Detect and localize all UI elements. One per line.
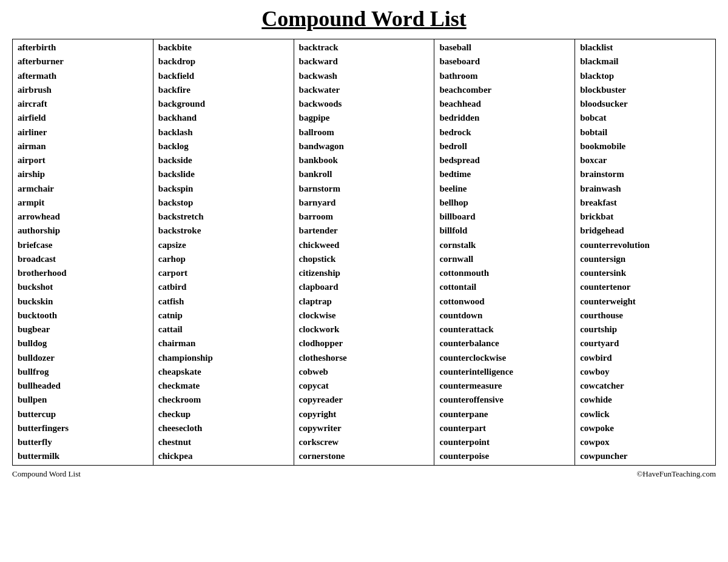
word-item: clapboard	[299, 280, 430, 294]
word-item: clockwise	[299, 309, 430, 323]
word-item: backwoods	[299, 97, 430, 111]
word-item: blackmail	[580, 55, 710, 69]
word-item: buckskin	[18, 295, 148, 309]
word-item: authorship	[18, 224, 148, 238]
word-item: countersink	[580, 266, 710, 280]
word-item: cowcatcher	[580, 379, 710, 393]
word-item: backhand	[158, 111, 289, 125]
word-item: counterintelligence	[439, 365, 570, 379]
word-item: bellhop	[439, 196, 570, 210]
word-item: courthouse	[580, 309, 710, 323]
word-item: copycat	[299, 379, 430, 393]
word-column-3: backtrackbackwardbackwashbackwaterbackwo…	[294, 39, 434, 466]
word-item: checkmate	[158, 379, 289, 393]
word-item: brainwash	[580, 182, 710, 196]
word-item: bullfrog	[18, 365, 148, 379]
word-item: countermeasure	[439, 379, 570, 393]
word-item: bedrock	[439, 125, 570, 139]
word-item: backwater	[299, 83, 430, 97]
word-item: bridgehead	[580, 224, 710, 238]
word-table: afterbirthafterburneraftermathairbrushai…	[12, 39, 716, 466]
word-item: bullpen	[18, 393, 148, 407]
word-column-4: baseballbaseboardbathroombeachcomberbeac…	[434, 39, 575, 466]
footer-right: ©HaveFunTeaching.com	[636, 469, 716, 479]
word-item: bagpipe	[299, 111, 430, 125]
word-item: backlog	[158, 139, 289, 153]
word-item: billboard	[439, 210, 570, 224]
word-item: clodhopper	[299, 336, 430, 350]
word-item: baseball	[439, 41, 570, 55]
word-item: countdown	[439, 309, 570, 323]
word-item: clotheshorse	[299, 351, 430, 365]
word-item: bobtail	[580, 125, 710, 139]
word-item: armchair	[18, 182, 148, 196]
word-item: courtyard	[580, 336, 710, 350]
word-item: butterfingers	[18, 421, 148, 435]
word-item: aftermath	[18, 69, 148, 83]
word-item: background	[158, 97, 289, 111]
word-item: counterclockwise	[439, 351, 570, 365]
word-item: broadcast	[18, 252, 148, 266]
word-item: cheapskate	[158, 365, 289, 379]
word-item: bullheaded	[18, 379, 148, 393]
word-item: beachhead	[439, 97, 570, 111]
word-item: cornstalk	[439, 238, 570, 252]
word-item: baseboard	[439, 55, 570, 69]
word-item: armpit	[18, 196, 148, 210]
word-item: cottonwood	[439, 295, 570, 309]
word-item: counterpoise	[439, 449, 570, 463]
word-item: aircraft	[18, 97, 148, 111]
word-item: bathroom	[439, 69, 570, 83]
word-item: buckshot	[18, 280, 148, 294]
word-item: copywriter	[299, 421, 430, 435]
word-item: brotherhood	[18, 266, 148, 280]
word-item: chickweed	[299, 238, 430, 252]
word-item: backstop	[158, 196, 289, 210]
word-item: brickbat	[580, 210, 710, 224]
word-item: breakfast	[580, 196, 710, 210]
word-item: bugbear	[18, 323, 148, 336]
word-item: counterrevolution	[580, 238, 710, 252]
word-item: blockbuster	[580, 83, 710, 97]
word-item: championship	[158, 351, 289, 365]
word-item: copyreader	[299, 393, 430, 407]
word-item: bobcat	[580, 111, 710, 125]
word-item: ballroom	[299, 125, 430, 139]
word-item: backdrop	[158, 55, 289, 69]
word-column-1: afterbirthafterburneraftermathairbrushai…	[13, 39, 153, 466]
word-item: catfish	[158, 295, 289, 309]
word-item: barroom	[299, 210, 430, 224]
word-item: airman	[18, 139, 148, 153]
word-item: capsize	[158, 238, 289, 252]
word-item: beeline	[439, 182, 570, 196]
word-item: cottonmouth	[439, 266, 570, 280]
word-item: airbrush	[18, 83, 148, 97]
word-item: cowpuncher	[580, 449, 710, 463]
word-item: countertenor	[580, 280, 710, 294]
word-item: barnstorm	[299, 182, 430, 196]
word-item: counteroffensive	[439, 393, 570, 407]
word-item: cowbird	[580, 351, 710, 365]
word-item: chestnut	[158, 435, 289, 449]
word-item: bandwagon	[299, 139, 430, 153]
word-item: bulldozer	[18, 351, 148, 365]
word-item: bedridden	[439, 111, 570, 125]
word-item: chairman	[158, 336, 289, 350]
word-item: buttermilk	[18, 449, 148, 463]
word-item: catbird	[158, 280, 289, 294]
word-item: checkroom	[158, 393, 289, 407]
word-item: cheesecloth	[158, 421, 289, 435]
word-item: countersign	[580, 252, 710, 266]
word-item: bankbook	[299, 153, 430, 167]
word-item: airship	[18, 167, 148, 181]
word-item: cowhide	[580, 393, 710, 407]
word-item: clockwork	[299, 323, 430, 336]
word-item: counterpane	[439, 407, 570, 421]
word-item: carport	[158, 266, 289, 280]
word-item: backside	[158, 153, 289, 167]
word-item: carhop	[158, 252, 289, 266]
word-item: backtrack	[299, 41, 430, 55]
word-item: barnyard	[299, 196, 430, 210]
word-item: cowboy	[580, 365, 710, 379]
word-item: bedspread	[439, 153, 570, 167]
